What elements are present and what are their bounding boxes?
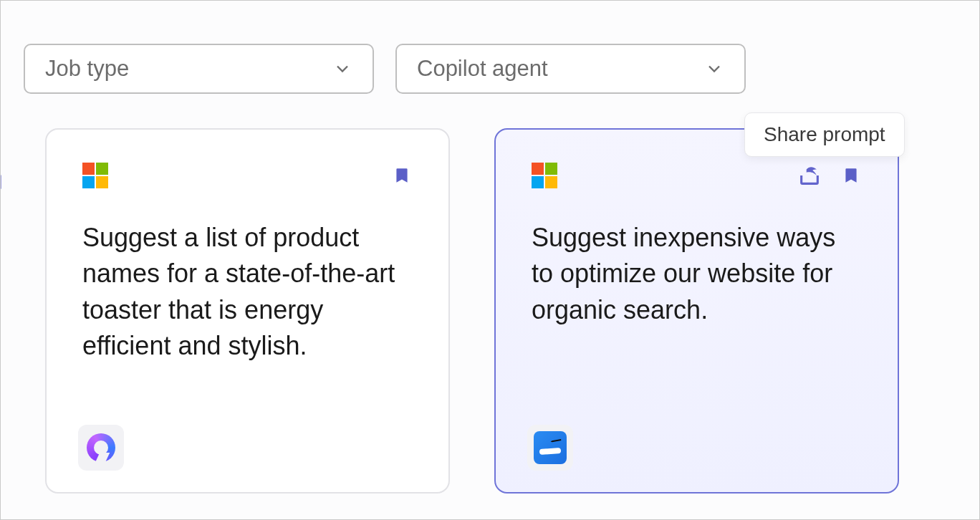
job-type-label: Job type <box>45 56 129 82</box>
microsoft-logo-icon <box>532 163 557 188</box>
app-tile-whiteboard[interactable] <box>527 425 573 471</box>
prompt-card-header <box>532 163 862 188</box>
share-prompt-tooltip: Share prompt <box>744 112 905 157</box>
prompt-text: Suggest a list of product names for a st… <box>82 220 413 365</box>
prompt-text: Suggest inexpensive ways to optimize our… <box>532 220 862 328</box>
bookmark-icon[interactable] <box>840 163 862 188</box>
prompt-card[interactable]: Suggest a list of product names for a st… <box>45 128 450 493</box>
whiteboard-icon <box>534 431 567 464</box>
job-type-select[interactable]: Job type <box>24 44 374 94</box>
loop-icon <box>87 433 115 462</box>
chevron-down-icon <box>332 59 352 79</box>
prompt-card-footer <box>78 425 124 471</box>
chevron-down-icon <box>704 59 724 79</box>
filter-bar: Job type Copilot agent <box>24 44 746 94</box>
share-icon[interactable] <box>797 163 822 188</box>
card-header-actions <box>391 163 413 188</box>
bookmark-icon <box>0 170 6 194</box>
bookmark-icon[interactable] <box>391 163 413 188</box>
prompt-card-header <box>82 163 413 188</box>
prompt-card-footer <box>527 425 573 471</box>
prompt-card-previous-edge[interactable] <box>0 128 1 493</box>
app-tile-loop[interactable] <box>78 425 124 471</box>
prompt-cards-row: Suggest a list of product names for a st… <box>0 128 899 493</box>
prompt-card-active[interactable]: Suggest inexpensive ways to optimize our… <box>494 128 899 493</box>
card-header-actions <box>797 163 862 188</box>
copilot-agent-select[interactable]: Copilot agent <box>395 44 746 94</box>
microsoft-logo-icon <box>82 163 108 188</box>
copilot-agent-label: Copilot agent <box>417 56 548 82</box>
